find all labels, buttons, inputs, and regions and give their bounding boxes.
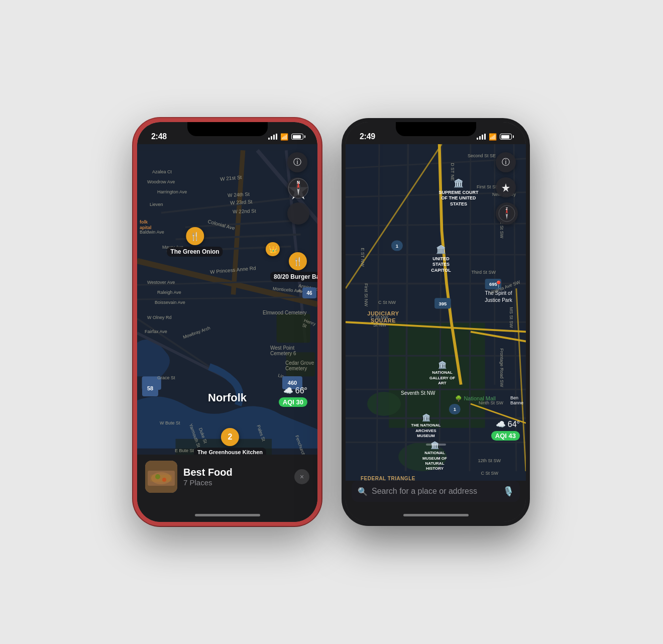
- street-label-grace: Grace St: [157, 375, 175, 380]
- info-button-2[interactable]: ⓘ: [496, 152, 516, 172]
- label-st-nw-1: St NW: [373, 323, 386, 328]
- label-c-st-sw-lower: C St SW: [481, 471, 498, 476]
- battery-icon-1: [291, 134, 303, 140]
- label-capitol: 🏛️ UNITED STATES CAPITOL: [423, 245, 459, 274]
- street-label-westover: Westover Ave: [147, 280, 175, 285]
- street-label-cedar: Cedar Grove Cemetery: [285, 360, 317, 371]
- notch: [187, 122, 268, 136]
- search-icon: 🔍: [358, 487, 368, 496]
- location-button-2[interactable]: [496, 177, 516, 197]
- search-placeholder: Search for a place or address: [372, 487, 499, 496]
- svg-text:1: 1: [396, 243, 399, 249]
- pin-green-onion[interactable]: 🍴 The Green Onion: [167, 227, 223, 257]
- street-label-raleigh: Raleigh Ave: [157, 290, 181, 295]
- map-controls-2: ⓘ Z: [496, 152, 518, 225]
- svg-point-31: [367, 392, 401, 416]
- label-d-st-ne: D ST NE: [450, 163, 455, 180]
- wifi-icon-2: 📶: [489, 133, 497, 141]
- label-ben-banne: BenBanne: [510, 395, 523, 405]
- close-button[interactable]: ×: [294, 469, 309, 484]
- label-federal-triangle: FEDERAL TRIANGLE: [361, 476, 415, 481]
- status-icons-2: 📶: [477, 133, 512, 141]
- label-third-st-sw: Third St SW: [471, 270, 496, 275]
- svg-rect-28: [150, 475, 172, 482]
- label-e-st-nw: E ST NW: [360, 248, 365, 266]
- map-controls-1: ⓘ N: [287, 152, 309, 225]
- svg-text:N: N: [297, 180, 300, 185]
- label-second-st-se: Second St SE: [468, 153, 496, 158]
- search-bar[interactable]: 🔍 Search for a place or address 🎙️: [352, 481, 520, 502]
- home-indicator-2: [346, 508, 526, 522]
- pin-label-green-onion: The Green Onion: [167, 247, 223, 257]
- norfolk-capital: folkapital: [140, 220, 152, 231]
- street-label-ebute: E Bute St: [175, 448, 194, 453]
- svg-text:Z: Z: [506, 207, 508, 210]
- label-first-st-nw: First St NW: [364, 283, 369, 306]
- label-seventh-st-nw: Seventh St NW: [401, 390, 435, 396]
- label-c-st-nw-btm: C St NW: [371, 315, 388, 320]
- iphone-norfolk: 2:48 📶: [133, 118, 321, 526]
- svg-text:1: 1: [454, 406, 457, 412]
- pin-burger-bar[interactable]: 🍴 80/20 Burger Bar: [270, 252, 317, 282]
- bottom-card-info: Best Food 7 Places: [183, 467, 288, 487]
- street-label-boissevain: Boissevain Ave: [155, 300, 185, 305]
- street-label-westpoint: West Point Cemetery 6: [270, 345, 317, 356]
- pin-label-burger-bar: 80/20 Burger Bar: [270, 272, 317, 282]
- label-12th-sw: 12th St SW: [478, 458, 501, 463]
- svg-text:395: 395: [438, 301, 447, 306]
- mic-icon[interactable]: 🎙️: [503, 486, 514, 497]
- bottom-card: Best Food 7 Places ×: [137, 455, 317, 508]
- city-label-norfolk: Norfolk: [208, 391, 247, 404]
- label-ms-st: MS St SW: [509, 307, 514, 328]
- label-national-gallery: 🏛️ NATIONAL GALLERY OF ART: [426, 360, 459, 386]
- street-label-fairfax: Fairfax Ave: [145, 329, 167, 334]
- signal-icon-2: [477, 134, 486, 140]
- home-indicator-1: [137, 508, 317, 522]
- street-label-harrington: Harrington Ave: [157, 189, 187, 194]
- weather-temp-2: ☁️ 64°: [496, 419, 520, 429]
- label-frontage-rd: Frontage Road SW: [499, 348, 504, 387]
- battery-icon-2: [500, 134, 512, 140]
- street-label-elmwood: Elmwood Cemetery: [263, 310, 306, 315]
- street-label-23rd: W 23rd St: [230, 199, 253, 205]
- label-supreme-court: 🏛️ SUPREME COURT OF THE UNITED STATES: [438, 178, 479, 207]
- street-label-lieven: Lieven: [150, 202, 163, 207]
- notch-2: [396, 122, 476, 136]
- pin-cluster[interactable]: 2 The Greenhouse Kitchen+1 more: [194, 428, 266, 455]
- compass-1[interactable]: N: [287, 202, 309, 225]
- weather-badge-2: ☁️ 64° AQI 43: [491, 419, 520, 441]
- label-first-st-se: First St SE: [477, 184, 498, 189]
- wifi-icon-1: 📶: [280, 133, 288, 141]
- iphone-dc: 2:49 📶: [342, 118, 530, 526]
- status-time-1: 2:48: [151, 132, 167, 141]
- street-label-woodrow: Woodrow Ave: [147, 179, 175, 184]
- food-thumbnail: [145, 461, 177, 493]
- label-ninth-st-sw: Ninth St SW: [479, 400, 503, 405]
- label-c-st-nw-top: C St NW: [378, 300, 396, 305]
- map-dc-area[interactable]: 395 695 1 1: [346, 144, 526, 481]
- status-icons-1: 📶: [268, 133, 303, 141]
- street-label-bute: W Bute St: [160, 420, 180, 425]
- card-title: Best Food: [183, 467, 288, 478]
- map-norfolk[interactable]: W 21st St W 24th St W 23rd St W 22nd St …: [137, 144, 317, 455]
- label-national-archives: 🏛️ THE NATIONAL ARCHIVES MUSEUM: [408, 413, 444, 439]
- street-label-22nd: W 22nd St: [233, 208, 256, 214]
- signal-icon-1: [268, 134, 277, 140]
- card-subtitle: 7 Places: [183, 478, 288, 487]
- aqi-badge-1: AQI 30: [279, 397, 307, 407]
- route-58: 58: [142, 380, 158, 396]
- map-swipe-handle: [426, 444, 446, 446]
- weather-temp-1: ☁️ 66°: [283, 386, 307, 395]
- street-label-24th: W 24th St: [228, 191, 250, 198]
- compass-2[interactable]: Z: [496, 202, 518, 225]
- aqi-badge-2: AQI 43: [491, 431, 520, 441]
- weather-badge-1: ☁️ 66° AQI 30: [279, 386, 307, 407]
- pin-label-cluster: The Greenhouse Kitchen+1 more: [194, 448, 266, 455]
- street-label-olney: W Olney Rd: [147, 315, 172, 320]
- status-time-2: 2:49: [360, 132, 375, 141]
- street-label-azalea: Azalea Ct: [152, 169, 172, 174]
- route-46: 46: [302, 287, 316, 298]
